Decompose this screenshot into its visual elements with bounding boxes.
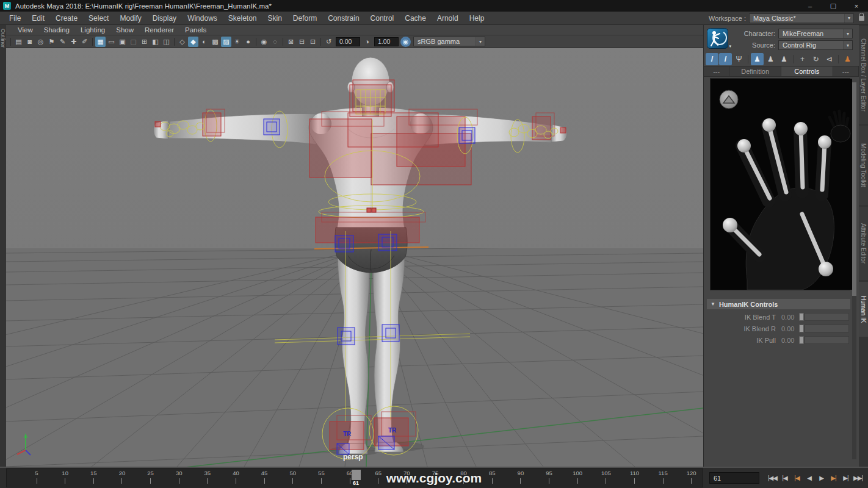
- resolution-gate-icon[interactable]: ▣: [117, 37, 128, 47]
- timeline-tick[interactable]: 100: [571, 470, 584, 486]
- panel-menu-item[interactable]: Panels: [179, 26, 212, 34]
- separator[interactable]: [256, 38, 256, 46]
- timeline-tick[interactable]: 65: [372, 470, 385, 486]
- skeleton-icon[interactable]: Ψ: [732, 53, 745, 65]
- tab-channel-box[interactable]: Channel Box / Layer Editor: [859, 26, 868, 124]
- menu-item[interactable]: Control: [365, 12, 400, 24]
- lock-icon[interactable]: [859, 16, 864, 21]
- slider-handle[interactable]: [799, 325, 804, 332]
- timeline-tick[interactable]: 90: [514, 470, 527, 486]
- timeline-tick[interactable]: 35: [201, 470, 214, 486]
- menu-item[interactable]: Select: [83, 12, 114, 24]
- select-camera-icon[interactable]: ▤: [13, 37, 24, 47]
- menu-item[interactable]: File: [4, 12, 26, 24]
- tab-attribute-editor[interactable]: Attribute Editor: [859, 207, 868, 280]
- current-frame-marker[interactable]: [352, 470, 361, 480]
- menu-item[interactable]: Edit: [26, 12, 50, 24]
- tab-outliner[interactable]: Outliner: [0, 25, 6, 48]
- play-forwards-button[interactable]: ▶: [816, 472, 827, 484]
- film-gate-icon[interactable]: ▭: [106, 37, 117, 47]
- timeline-tick[interactable]: 85: [485, 470, 499, 486]
- menu-item[interactable]: Display: [147, 12, 182, 24]
- timeline-tick[interactable]: 5: [30, 470, 43, 486]
- menu-item[interactable]: Skeleton: [223, 12, 262, 24]
- bone-ik-tool-icon[interactable]: /: [719, 53, 732, 65]
- timeline-tick[interactable]: 25: [144, 470, 157, 486]
- timeline-tick[interactable]: 120: [685, 470, 698, 486]
- chevron-down-icon[interactable]: ▾: [476, 37, 485, 46]
- separator[interactable]: [793, 55, 794, 63]
- isolate-select-icon[interactable]: ⊠: [286, 37, 296, 47]
- character-controls-icon[interactable]: ♟: [751, 53, 764, 65]
- safe-title-icon[interactable]: ◫: [161, 37, 172, 47]
- menu-item[interactable]: Cache: [399, 12, 432, 24]
- shaded-icon[interactable]: ◆: [188, 37, 198, 47]
- tab-modeling-toolkit[interactable]: Modeling Toolkit: [859, 126, 868, 205]
- humanik-character-icon[interactable]: ▾: [707, 28, 730, 50]
- timeline-tick[interactable]: 40: [229, 470, 242, 486]
- brush-icon[interactable]: ✐: [79, 37, 90, 47]
- go-to-end-button[interactable]: ▶▶|: [852, 472, 864, 484]
- separator[interactable]: [92, 38, 93, 46]
- tab-custom-rig[interactable]: ---: [833, 66, 859, 76]
- separator[interactable]: [10, 38, 11, 46]
- timeline-tick[interactable]: 115: [656, 470, 670, 486]
- workspace-dropdown[interactable]: Maya Classic* ▾: [749, 13, 854, 23]
- scrollbar-thumb[interactable]: [852, 82, 856, 296]
- collapse-triangle-icon[interactable]: ▼: [711, 301, 715, 307]
- exposure-field[interactable]: 0.00: [336, 37, 360, 46]
- menu-item[interactable]: Windows: [182, 12, 223, 24]
- character-dropdown[interactable]: MikeFreeman ▾: [778, 29, 853, 38]
- attribute-value[interactable]: 0.00: [776, 337, 799, 344]
- go-to-start-button[interactable]: |◀◀: [767, 472, 778, 484]
- menu-item[interactable]: Help: [464, 12, 490, 24]
- separator[interactable]: [748, 55, 748, 63]
- panel-menu-item[interactable]: View: [12, 26, 38, 34]
- tab-controls[interactable]: Controls: [781, 66, 833, 76]
- chevron-down-icon[interactable]: ▾: [844, 14, 853, 23]
- slider-handle[interactable]: [799, 313, 804, 321]
- panel-menu-item[interactable]: Show: [110, 26, 139, 34]
- timeline-tick[interactable]: 30: [172, 470, 186, 486]
- timeline-tick[interactable]: 95: [543, 470, 556, 486]
- contrast-icon[interactable]: ◑: [362, 37, 372, 47]
- attribute-value[interactable]: 0.00: [776, 325, 799, 332]
- tab-human-ik[interactable]: Human IK: [859, 282, 868, 337]
- pin-both-icon[interactable]: ⊲: [823, 53, 836, 65]
- timeline-tick[interactable]: 105: [599, 470, 613, 486]
- use-all-lights-icon[interactable]: ▨: [221, 37, 231, 47]
- timeline-tick[interactable]: 55: [314, 470, 328, 486]
- section-header[interactable]: ▼ HumanIK Controls: [707, 299, 850, 309]
- step-forward-frame-button[interactable]: ▶|: [828, 472, 839, 484]
- menu-item[interactable]: Arnold: [432, 12, 464, 24]
- next-key-button[interactable]: ▶|: [840, 472, 852, 484]
- timeline-tick[interactable]: 10: [59, 470, 72, 486]
- picker-expand-button[interactable]: [720, 90, 738, 109]
- panel-scrollbar[interactable]: [852, 82, 856, 459]
- menu-item[interactable]: Skin: [262, 12, 288, 24]
- grid-icon[interactable]: ▦: [95, 37, 106, 47]
- menu-item[interactable]: Deform: [288, 12, 322, 24]
- character-dim-icon[interactable]: ♟: [778, 53, 790, 65]
- camera-attributes-icon[interactable]: ◎: [35, 37, 46, 47]
- maximize-button[interactable]: ▢: [822, 0, 845, 12]
- close-button[interactable]: ×: [845, 0, 868, 12]
- timeline[interactable]: 5 10 15 20 25 30 35: [6, 468, 703, 487]
- slider-track[interactable]: [805, 313, 849, 321]
- xray-icon[interactable]: ⊟: [297, 37, 307, 47]
- viewport-canvas[interactable]: TR TR persp: [6, 48, 703, 467]
- camera-bookmark-icon[interactable]: ◙: [24, 37, 35, 47]
- xray-joints-icon[interactable]: ⊡: [308, 37, 318, 47]
- separator[interactable]: [174, 38, 175, 46]
- slider-track[interactable]: [805, 325, 849, 332]
- gamma-field[interactable]: 1.00: [374, 37, 399, 46]
- textured-shaded-icon[interactable]: ▩: [210, 37, 220, 47]
- pin-translate-icon[interactable]: +: [796, 53, 809, 65]
- shadows-icon[interactable]: ●: [243, 37, 253, 47]
- full-body-mode-icon[interactable]: ♟: [841, 53, 854, 65]
- gate-mask-icon[interactable]: ▢: [128, 37, 139, 47]
- bookmark-icon[interactable]: ⚑: [46, 37, 57, 47]
- current-frame-field[interactable]: 61: [709, 472, 759, 484]
- step-back-frame-button[interactable]: |◀: [791, 472, 803, 484]
- tab-definition[interactable]: Definition: [729, 66, 781, 76]
